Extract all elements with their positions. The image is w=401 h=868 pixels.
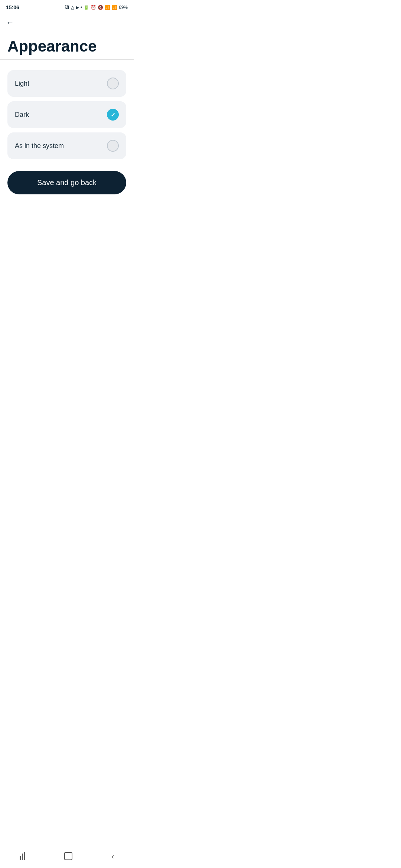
save-button-container: Save and go back: [0, 162, 134, 202]
option-dark-label: Dark: [15, 111, 29, 119]
play-icon: ▶: [76, 5, 79, 10]
option-dark[interactable]: Dark: [7, 101, 126, 128]
mute-icon: 🔇: [98, 5, 103, 10]
options-list: Light Dark As in the system: [0, 67, 134, 162]
back-arrow-icon: ←: [6, 18, 14, 27]
photo-icon: 🖼: [65, 5, 69, 10]
status-bar: 15:06 🖼 △ ▶ • 🔋 ⏰ 🔇 📶 📶 69%: [0, 0, 134, 13]
option-dark-radio[interactable]: [107, 109, 119, 121]
back-button[interactable]: ←: [0, 13, 134, 32]
status-time: 15:06: [6, 4, 19, 10]
battery-percent: 69%: [119, 5, 128, 10]
save-and-go-back-button[interactable]: Save and go back: [7, 171, 126, 194]
option-light[interactable]: Light: [7, 70, 126, 97]
signal-icon: 📶: [112, 5, 117, 10]
alert-icon: △: [71, 5, 74, 10]
battery-save-icon: 🔋: [84, 5, 89, 10]
option-system[interactable]: As in the system: [7, 132, 126, 159]
dot-icon: •: [81, 5, 82, 10]
status-icons: 🖼 △ ▶ • 🔋 ⏰ 🔇 📶 📶 69%: [65, 5, 128, 10]
option-light-label: Light: [15, 80, 29, 88]
option-system-radio[interactable]: [107, 140, 119, 152]
option-light-radio[interactable]: [107, 78, 119, 89]
alarm-icon: ⏰: [91, 5, 96, 10]
page-title: Appearance: [0, 32, 134, 59]
option-system-label: As in the system: [15, 142, 64, 150]
title-divider: [0, 59, 134, 60]
wifi-icon: 📶: [105, 5, 110, 10]
